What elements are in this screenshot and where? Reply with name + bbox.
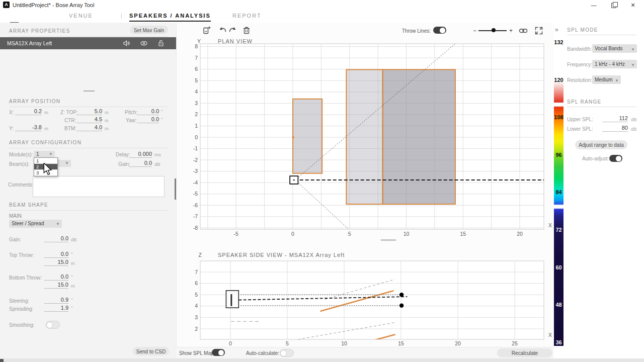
tab-report[interactable]: REPORT [232,13,262,19]
yaw-field[interactable]: 0.0 [137,116,159,123]
frequency-combobox[interactable]: 1 kHz - 4 kHz ▼ [592,60,637,68]
array-position-title: ARRAY POSITION [9,99,60,104]
link-icon[interactable] [519,26,528,35]
adjust-range-button[interactable]: Adjust range to data [575,140,627,149]
resolution-label: Resolution: [567,77,592,83]
collapse-panel-icon[interactable]: » [555,26,558,33]
y-tick-label: 3 [195,100,198,106]
top-throw-label: Top Throw: [9,252,34,258]
chart-title: SPEAKER SIDE VIEW - MSA12X Array Left [218,252,345,258]
y-tick-label: 7 [195,55,198,61]
modules-combobox[interactable]: 1 ▼ [34,151,55,157]
show-spl-map-toggle[interactable] [212,349,225,356]
set-max-gain-button[interactable]: Set Max Gain [130,26,168,34]
y-field[interactable]: -3.8 [15,124,42,131]
beam-gain-field[interactable]: 0.0 [44,235,68,242]
config-gain-field[interactable]: 0.0 [129,160,152,167]
smoothing-label: Smoothing: [9,322,35,328]
panel-drag-handle[interactable] [84,90,95,92]
y-unit: m [44,126,48,131]
modules-label: Module(s): [9,152,33,157]
y-tick-label: 6 [195,280,198,286]
spreading-field[interactable]: 1.9 [44,305,68,312]
x-tick-label: 25 [512,340,518,346]
main-label: MAIN [9,213,22,219]
y-tick-label: 0 [195,134,198,140]
expand-icon[interactable] [534,26,543,35]
duplicate-array-icon[interactable] [202,26,211,35]
config-gain-unit: dB [154,161,160,167]
spl-color-scale: 132120108968472604836 [554,39,564,346]
spl-mode-title: SPL MODE [567,27,598,33]
y-tick-label: 5 [195,77,198,83]
trash-icon[interactable] [242,26,251,35]
comments-label: Comments: [8,182,34,188]
steering-field[interactable]: 0.9 [44,297,68,304]
top-throw-angle-unit: ° [71,251,73,257]
ctr-field[interactable]: 4.5 [76,116,102,123]
bose-array-tool-window: A UntitledProject* - Bose Array Tool — ✕… [0,0,644,362]
beam-mode-value: Steer / Spread [12,221,44,226]
eye-icon[interactable] [140,39,148,47]
x-unit: m [44,110,48,115]
bandwidth-combobox[interactable]: Vocal Bands ▼ [592,44,637,53]
bottom-throw-endpoint [399,303,404,307]
ztop-field[interactable]: 5.0 [76,108,102,115]
spl-range-title: SPL RANGE [567,99,602,105]
close-button[interactable]: ✕ [625,1,640,9]
bottom-throw-angle-field[interactable]: 0.0 [44,274,68,281]
tab-venue[interactable]: VENUE [69,13,93,19]
yaw-unit: ° [161,117,163,122]
throw-lines-toggle[interactable] [433,27,446,34]
zoom-slider-knob[interactable] [492,28,496,32]
volume-icon[interactable] [123,39,131,47]
chevron-down-icon: ▼ [49,151,53,157]
upper-spl-field[interactable]: 112 [602,115,628,122]
resize-corner [0,359,4,362]
resolution-combobox[interactable]: Medium ▼ [592,75,621,84]
beam-mode-combobox[interactable]: Steer / Spread ▼ [9,220,62,228]
bottom-throw-dist-field[interactable]: 15.0 [44,282,68,289]
view-split-handle[interactable] [381,239,396,241]
top-throw-angle-field[interactable]: 0.0 [44,251,68,258]
top-throw-dist-field[interactable]: 15.0 [44,259,68,266]
minimize-button[interactable]: — [586,1,601,9]
recalculate-button[interactable]: Recalculate [497,348,552,357]
auto-calculate-label: Auto-calculate: [246,350,279,356]
smoothing-toggle[interactable] [46,321,60,329]
zoom-in-button[interactable]: + [509,27,513,34]
modules-value: 1 [36,151,39,157]
beam-gain-label: Gain: [9,237,21,242]
beam-shape-title: BEAM SHAPE [9,202,48,208]
ctr-label: CTR: [64,118,76,123]
comments-input[interactable] [33,176,165,197]
zoom-out-button[interactable]: − [473,27,476,34]
colorbar-label: 96 [554,152,564,158]
btm-field[interactable]: 4.0 [76,124,102,131]
throw-lines-label: Throw Lines: [397,28,431,34]
colorbar-label: 84 [554,189,564,195]
delay-field[interactable]: 0.000 [129,151,152,158]
auto-calculate-toggle[interactable] [280,349,294,357]
pitch-field[interactable]: 0.0 [137,108,159,115]
restore-button[interactable] [606,1,621,9]
y-tick-label: 4 [195,88,198,95]
y-tick-label: -6 [193,202,198,208]
y-axis-label: Y [197,38,201,44]
lower-spl-label: Lower SPL: [567,126,593,132]
y-tick-label: -1 [193,145,198,151]
lock-icon[interactable] [157,39,165,47]
x-tick-label: 15 [398,340,404,346]
lower-spl-field[interactable]: 80 [602,125,628,132]
array-list-item[interactable]: MSA12X Array Left [0,37,176,49]
tab-speakers-analysis[interactable]: SPEAKERS / ANALYSIS [129,13,211,22]
undo-icon[interactable] [218,26,227,35]
bandwidth-value: Vocal Bands [595,46,623,51]
yaw-label: Yaw: [126,118,137,123]
auto-adjust-toggle[interactable] [609,155,622,162]
lower-spl-unit: dB [631,126,637,132]
x-field[interactable]: 0.2 [15,108,42,115]
redo-icon[interactable] [228,26,237,35]
send-to-csd-button[interactable]: Send to CSD [133,347,169,355]
chart-title: PLAN VIEW [218,38,253,44]
